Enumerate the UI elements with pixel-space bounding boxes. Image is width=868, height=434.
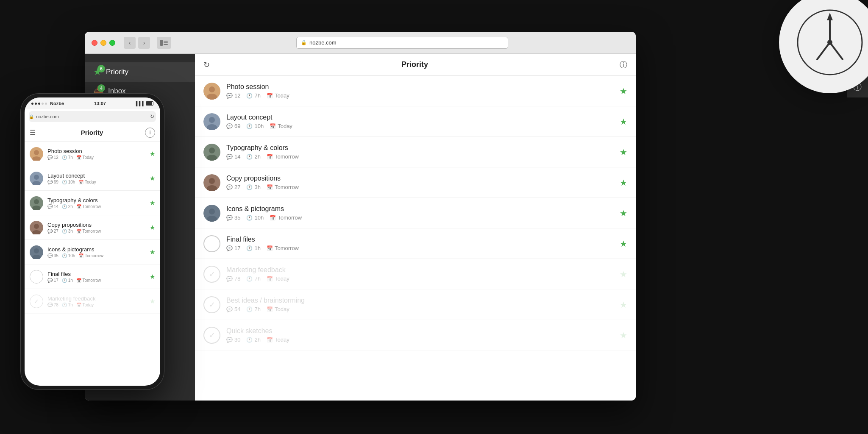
task-item[interactable]: Photo session 💬 12 🕐 7h 📅 Today ★ — [195, 76, 636, 106]
phone-task-meta: 💬 78 🕐 7h 📅 Today — [47, 303, 145, 307]
task-star[interactable]: ★ — [620, 208, 627, 218]
task-due: 📅 Today — [267, 92, 289, 99]
phone-task-star[interactable]: ★ — [150, 224, 155, 231]
task-item[interactable]: Copy propositions 💬 27 🕐 3h 📅 Tomorrow ★ — [195, 167, 636, 198]
close-button[interactable] — [92, 40, 97, 46]
signal-dots: Nozbe — [31, 101, 64, 106]
phone-info-button[interactable]: i — [145, 128, 155, 138]
phone-task-meta: 💬 17 🕐 1h 📅 Tomorrow — [47, 278, 145, 283]
calendar-icon: 📅 — [270, 123, 276, 129]
task-star[interactable]: ★ — [620, 117, 627, 127]
phone-task-comments: 💬 35 — [47, 253, 58, 258]
phone-menu-button[interactable]: ☰ — [30, 128, 36, 136]
phone-status-bar: Nozbe 13:07 ▌▌▌ — [25, 97, 160, 109]
phone-task-item[interactable]: Final files 💬 17 🕐 1h 📅 Tomorrow ★ — [25, 264, 160, 289]
task-item[interactable]: ✓ Best ideas / brainstorming 💬 54 🕐 7h 📅… — [195, 289, 636, 320]
task-item[interactable]: Typography & colors 💬 14 🕐 2h 📅 Tomorrow… — [195, 137, 636, 167]
phone-reload-icon[interactable]: ↻ — [150, 114, 154, 120]
phone-task-star[interactable]: ★ — [150, 298, 155, 305]
task-comments: 💬 35 — [226, 214, 240, 221]
phone-url-bar[interactable]: 🔒 nozbe.com ↻ — [29, 111, 156, 122]
task-content: Final files 💬 17 🕐 1h 📅 Tomorrow — [226, 236, 614, 251]
phone-task-item[interactable]: Layout concept 💬 69 🕐 10h 📅 Today ★ — [25, 166, 160, 191]
task-title: Quick sketches — [226, 327, 614, 335]
task-item[interactable]: Final files 💬 17 🕐 1h 📅 Tomorrow ★ — [195, 228, 636, 259]
phone-task-content: Layout concept 💬 69 🕐 10h 📅 Today — [47, 172, 145, 184]
forward-button[interactable]: › — [138, 37, 150, 49]
phone-task-star[interactable]: ★ — [150, 199, 155, 207]
phone-task-title: Final files — [47, 271, 145, 277]
task-comments: 💬 54 — [226, 306, 240, 312]
sidebar-toggle-button[interactable] — [157, 37, 171, 49]
phone-task-meta: 💬 27 🕐 3h 📅 Tomorrow — [47, 229, 145, 234]
comment-icon: 💬 — [226, 123, 233, 129]
task-item[interactable]: Layout concept 💬 69 🕐 10h 📅 Today ★ — [195, 106, 636, 137]
info-button[interactable]: ⓘ — [620, 60, 627, 70]
task-item[interactable]: Icons & pictograms 💬 35 🕐 10h 📅 Tomorrow… — [195, 198, 636, 228]
sidebar-item-priority[interactable]: ★ Priority 6 — [85, 62, 195, 82]
phone-task-item[interactable]: Photo session 💬 12 🕐 7h 📅 Today ★ — [25, 142, 160, 166]
minimize-button[interactable] — [100, 40, 106, 46]
task-due: 📅 Tomorrow — [270, 214, 302, 221]
refresh-button[interactable]: ↻ — [203, 60, 210, 70]
phone-task-star[interactable]: ★ — [150, 248, 155, 256]
task-star[interactable]: ★ — [620, 86, 627, 96]
task-item[interactable]: ✓ Marketing feedback 💬 78 🕐 7h 📅 Today ★ — [195, 259, 636, 289]
task-content: Icons & pictograms 💬 35 🕐 10h 📅 Tomorrow — [226, 205, 614, 221]
phone-task-hours: 🕐 10h — [62, 253, 75, 258]
phone-task-star[interactable]: ★ — [150, 175, 155, 182]
phone-task-item[interactable]: Icons & pictograms 💬 35 🕐 10h 📅 Tomorrow… — [25, 240, 160, 264]
task-star[interactable]: ★ — [620, 300, 627, 310]
sidebar-toggle-icon — [160, 40, 168, 46]
phone-task-star[interactable]: ★ — [150, 273, 155, 281]
lock-icon: 🔒 — [301, 40, 307, 45]
task-title: Best ideas / brainstorming — [226, 297, 614, 304]
task-meta: 💬 78 🕐 7h 📅 Today — [226, 275, 614, 282]
priority-badge: 6 — [97, 65, 105, 72]
task-item[interactable]: ✓ Quick sketches 💬 30 🕐 2h 📅 Today ★ — [195, 320, 636, 351]
phone-task-comments: 💬 14 — [47, 204, 58, 209]
phone-task-avatar — [30, 196, 43, 210]
phone-task-item[interactable]: Copy propositions 💬 27 🕐 3h 📅 Tomorrow ★ — [25, 215, 160, 240]
calendar-icon: 📅 — [267, 306, 273, 312]
phone-task-hours: 🕐 1h — [62, 278, 73, 283]
task-title: Layout concept — [226, 114, 614, 121]
phone-task-comments: 💬 17 — [47, 278, 58, 283]
maximize-button[interactable] — [109, 40, 115, 46]
phone-task-avatar — [30, 147, 43, 161]
task-title: Copy propositions — [226, 175, 614, 182]
phone-task-star[interactable]: ★ — [150, 150, 155, 158]
phone-task-due: 📅 Today — [78, 180, 96, 184]
comment-icon: 💬 — [226, 245, 233, 251]
browser-body: ★ Priority 6 📥 Inbox 4 ↻ Priority ⓘ — [85, 54, 636, 401]
clock-icon: 🕐 — [246, 154, 253, 160]
calendar-icon: 📅 — [267, 245, 273, 251]
task-comments: 💬 14 — [226, 153, 240, 160]
svg-point-29 — [34, 175, 39, 180]
inbox-badge: 4 — [97, 84, 105, 92]
task-hours: 🕐 7h — [246, 275, 260, 282]
task-star[interactable]: ★ — [620, 330, 627, 340]
phone-task-item[interactable]: ✓ Marketing feedback 💬 78 🕐 7h 📅 Today ★ — [25, 289, 160, 314]
task-due: 📅 Tomorrow — [267, 153, 299, 160]
phone-task-title: Photo session — [47, 148, 145, 154]
phone-task-item[interactable]: Typography & colors 💬 14 🕐 2h 📅 Tomorrow… — [25, 191, 160, 215]
task-hours: 🕐 7h — [246, 92, 260, 99]
phone-task-list: Photo session 💬 12 🕐 7h 📅 Today ★ Layout… — [25, 142, 160, 386]
calendar-icon: 📅 — [267, 337, 273, 343]
calendar-icon: 📅 — [267, 93, 273, 99]
task-due: 📅 Tomorrow — [267, 245, 299, 251]
task-star[interactable]: ★ — [620, 147, 627, 157]
phone-task-content: Photo session 💬 12 🕐 7h 📅 Today — [47, 148, 145, 160]
clock-icon: 🕐 — [246, 184, 253, 190]
address-bar[interactable]: 🔒 nozbe.com — [296, 37, 508, 49]
task-star[interactable]: ★ — [620, 269, 627, 279]
task-content: Quick sketches 💬 30 🕐 2h 📅 Today — [226, 327, 614, 343]
task-hours: 🕐 2h — [246, 337, 260, 343]
task-check-done: ✓ — [203, 327, 220, 344]
back-button[interactable]: ‹ — [124, 37, 136, 49]
task-hours: 🕐 10h — [246, 123, 264, 129]
task-star[interactable]: ★ — [620, 178, 627, 188]
phone-task-hours: 🕐 10h — [62, 180, 75, 184]
task-star[interactable]: ★ — [620, 239, 627, 249]
